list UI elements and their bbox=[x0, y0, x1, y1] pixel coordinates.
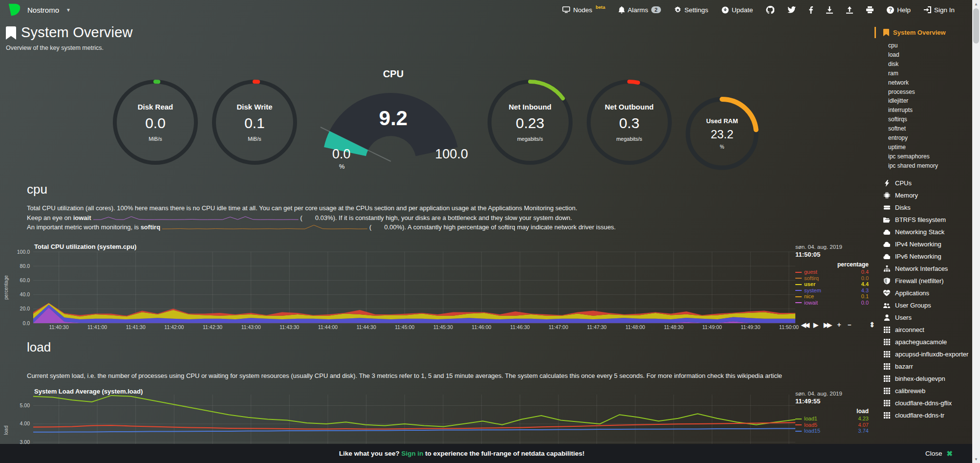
grid-icon bbox=[883, 351, 890, 357]
sidebar-item-ipv4-networking[interactable]: IPv4 Networking bbox=[874, 238, 972, 250]
twitter-button[interactable] bbox=[788, 6, 796, 13]
cpu-gauge-value: 9.2 bbox=[318, 107, 469, 130]
sidebar-item-network-interfaces[interactable]: Network Interfaces bbox=[874, 263, 972, 275]
github-button[interactable] bbox=[766, 6, 774, 14]
user-icon bbox=[883, 314, 890, 321]
sidebar-item-cpus[interactable]: CPUs bbox=[874, 177, 972, 189]
gauges-row: Disk Read 0.0 MiB/s Disk Write 0.1 MiB/s… bbox=[0, 68, 874, 178]
sidebar-subitem-processes[interactable]: processes bbox=[874, 87, 972, 96]
sidebar-item-disks[interactable]: Disks bbox=[874, 201, 972, 214]
legend-item-load5[interactable]: load5 4.07 bbox=[795, 422, 869, 428]
sidebar-subitem-disk[interactable]: disk bbox=[874, 60, 972, 69]
sidebar-subitem-softnet[interactable]: softnet bbox=[874, 124, 972, 133]
svg-text:11:47:00: 11:47:00 bbox=[549, 324, 568, 330]
sidebar-item-apcupsd-influxdb-exporter[interactable]: apcupsd-influxdb-exporter bbox=[874, 348, 972, 360]
pan-forward-button[interactable]: ▶▶ bbox=[824, 321, 831, 329]
gauge-title: Used RAM bbox=[706, 117, 738, 125]
import-button[interactable] bbox=[846, 6, 853, 14]
load-section-description: Current system load, i.e. the number of … bbox=[27, 371, 874, 381]
legend-item-softirq[interactable]: softirq 0.0 bbox=[795, 276, 869, 282]
signin-button[interactable]: Sign In bbox=[924, 6, 955, 14]
svg-text:11:45:00: 11:45:00 bbox=[395, 324, 414, 330]
sidebar-subitem-softirqs[interactable]: softirqs bbox=[874, 115, 972, 124]
print-button[interactable] bbox=[866, 6, 873, 13]
load-section-heading: load bbox=[27, 340, 874, 355]
gauge-unit: megabits/s bbox=[616, 136, 642, 142]
legend-date: søn. 04. aug. 2019 bbox=[795, 244, 869, 250]
play-button[interactable]: ▶ bbox=[813, 321, 818, 329]
chevron-down-icon: ▼ bbox=[66, 7, 71, 13]
sidebar-item-users[interactable]: Users bbox=[874, 311, 972, 324]
legend-item-load15[interactable]: load15 3.74 bbox=[795, 428, 869, 434]
sidebar-item-applications[interactable]: Applications bbox=[874, 287, 972, 299]
sidebar-subitem-ipc-semaphores[interactable]: ipc semaphores bbox=[874, 152, 972, 161]
sidebar-item-btrfs-filesystem[interactable]: BTRFS filesystem bbox=[874, 214, 972, 226]
brand-menu[interactable]: Nostromo ▼ bbox=[7, 2, 71, 17]
github-icon bbox=[766, 6, 774, 14]
banner-close-button[interactable]: Close ✖ bbox=[925, 449, 953, 458]
legend-swatch bbox=[795, 284, 802, 285]
legend-item-nice[interactable]: nice 0.1 bbox=[795, 294, 869, 300]
gauge-net-inbound[interactable]: Net Inbound 0.23 megabits/s bbox=[487, 79, 573, 165]
sidebar-subitem-load[interactable]: load bbox=[874, 50, 972, 60]
sidebar-subitem-interrupts[interactable]: interrupts bbox=[874, 106, 972, 115]
sidebar-item-apacheguacamole[interactable]: apacheguacamole bbox=[874, 336, 972, 348]
chip-icon bbox=[883, 192, 890, 198]
sign-in-icon bbox=[924, 6, 931, 13]
sidebar-item-binhex-delugevpn[interactable]: binhex-delugevpn bbox=[874, 373, 972, 385]
nodes-button[interactable]: Nodesbeta bbox=[562, 6, 605, 14]
page-scrollbar[interactable]: ▲ ▼ bbox=[972, 0, 980, 463]
legend-item-system[interactable]: system 4.3 bbox=[795, 288, 869, 294]
sidebar-item-firewall-netfilter[interactable]: Firewall (netfilter) bbox=[874, 275, 972, 287]
alarms-button[interactable]: Alarms2 bbox=[618, 6, 661, 14]
cpu-section-description: Total CPU utilization (all cores). 100% … bbox=[27, 203, 874, 232]
iowait-sparkline bbox=[93, 214, 298, 221]
update-button[interactable]: Update bbox=[722, 6, 753, 14]
sidebar-subitem-cpu[interactable]: cpu bbox=[874, 41, 972, 50]
sidebar-item-airconnect[interactable]: airconnect bbox=[874, 324, 972, 336]
gauge-cpu[interactable]: CPU 9.2 0.0 100.0 % bbox=[318, 68, 469, 178]
svg-text:11:44:00: 11:44:00 bbox=[318, 324, 338, 330]
sidebar-item-cloudflare-ddns-tr[interactable]: cloudflare-ddns-tr bbox=[874, 409, 972, 421]
zoom-in-button[interactable]: ＋ bbox=[836, 320, 842, 329]
sidebar-subitem-ipc-shared-memory[interactable]: ipc shared memory bbox=[874, 161, 972, 170]
legend-swatch bbox=[795, 419, 802, 419]
sidebar-subitem-ram[interactable]: ram bbox=[874, 69, 972, 78]
sidebar-item-cloudflare-ddns-gflix[interactable]: cloudflare-ddns-gflix bbox=[874, 397, 972, 409]
svg-text:11:48:30: 11:48:30 bbox=[664, 324, 683, 330]
sidebar-item-memory[interactable]: Memory bbox=[874, 189, 972, 201]
sidebar-item-ipv6-networking[interactable]: IPv6 Networking bbox=[874, 250, 972, 263]
sidebar-item-user-groups[interactable]: User Groups bbox=[874, 299, 972, 311]
scroll-up-arrow[interactable]: ▲ bbox=[972, 0, 980, 8]
legend-swatch bbox=[795, 431, 802, 432]
gauge-disk-read[interactable]: Disk Read 0.0 MiB/s bbox=[112, 79, 198, 165]
sidebar-item-networking-stack[interactable]: Networking Stack bbox=[874, 226, 972, 238]
zoom-out-button[interactable]: − bbox=[848, 321, 852, 329]
cloud-icon bbox=[883, 254, 890, 259]
scrollbar-thumb[interactable] bbox=[973, 8, 979, 44]
banner-signin-link[interactable]: Sign in bbox=[401, 450, 423, 457]
sidebar-item-calibreweb[interactable]: calibreweb bbox=[874, 385, 972, 397]
section-cpu: cpu Total CPU utilization (all cores). 1… bbox=[0, 182, 874, 232]
legend-item-user[interactable]: user 4.4 bbox=[795, 282, 869, 287]
help-button[interactable]: ? Help bbox=[887, 6, 911, 14]
legend-item-guest[interactable]: guest 0.4 bbox=[795, 269, 869, 275]
gauge-disk-write[interactable]: Disk Write 0.1 MiB/s bbox=[212, 79, 298, 165]
sidebar-subitem-uptime[interactable]: uptime bbox=[874, 143, 972, 152]
sidebar-subitem-entropy[interactable]: entropy bbox=[874, 133, 972, 143]
scroll-down-arrow[interactable]: ▼ bbox=[972, 455, 980, 463]
monitor-icon bbox=[562, 6, 570, 13]
sidebar-item-bazarr[interactable]: bazarr bbox=[874, 360, 972, 373]
sidebar-subitem-idlejitter[interactable]: idlejitter bbox=[874, 96, 972, 106]
export-button[interactable] bbox=[826, 6, 833, 14]
gauge-net-outbound[interactable]: Net Outbound 0.3 megabits/s bbox=[586, 79, 672, 165]
pan-backward-button[interactable]: ◀◀ bbox=[801, 321, 808, 329]
sidebar-subitem-network[interactable]: network bbox=[874, 78, 972, 88]
cpu-chart-canvas[interactable]: 11:40:3011:41:0011:41:3011:42:0011:42:30… bbox=[0, 243, 874, 330]
sidebar-item-system-overview[interactable]: System Overview bbox=[874, 27, 972, 38]
settings-button[interactable]: Settings bbox=[674, 6, 708, 14]
gauge-used-ram[interactable]: Used RAM 23.2 % bbox=[685, 97, 759, 170]
legend-item-iowait[interactable]: iowait 0.0 bbox=[795, 300, 869, 306]
facebook-button[interactable] bbox=[809, 6, 813, 14]
legend-item-load1[interactable]: load1 4.23 bbox=[795, 416, 869, 422]
